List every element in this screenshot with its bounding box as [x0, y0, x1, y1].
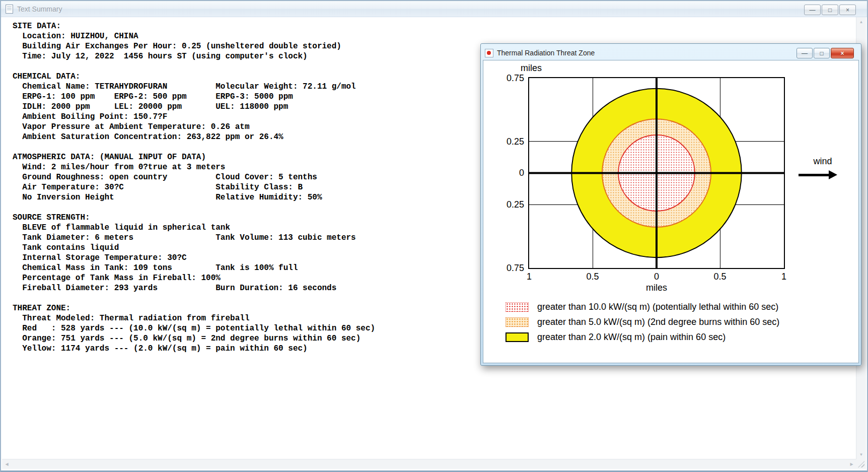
threat-title-bar[interactable]: Thermal Radiation Threat Zone — □ × [483, 46, 859, 60]
x-tick-label: 0.5 [706, 272, 734, 282]
y-tick-label: 0.75 [497, 73, 524, 83]
minimize-icon: — [802, 50, 808, 56]
close-icon: × [840, 50, 844, 56]
threat-window-controls: — □ × [797, 48, 854, 58]
x-tick-label: 1 [770, 272, 798, 282]
legend-swatch-red [505, 302, 529, 312]
threat-zone-window: Thermal Radiation Threat Zone — □ × mile… [480, 43, 861, 366]
threat-zone-plot [528, 77, 785, 269]
legend-row: greater than 2.0 kW/(sq m) (pain within … [505, 332, 779, 343]
scroll-up-icon[interactable]: ▲ [856, 17, 866, 27]
threat-content: miles 0.75 0.25 0 0.25 0.75 1 0.5 0 0.5 … [483, 60, 859, 363]
plot-area: miles 0.75 0.25 0 0.25 0.75 1 0.5 0 0.5 … [528, 77, 785, 269]
wind-indicator: wind [795, 156, 850, 179]
scroll-right-icon[interactable]: ▶ [847, 459, 856, 469]
y-tick-label: 0 [497, 168, 524, 178]
legend: greater than 10.0 kW/(sq m) (potentially… [505, 302, 779, 343]
legend-label: greater than 2.0 kW/(sq m) (pain within … [537, 332, 726, 343]
window-title: Text Summary [17, 5, 62, 13]
maximize-icon: □ [828, 7, 832, 13]
x-tick-label: 0.5 [578, 272, 607, 282]
legend-label: greater than 10.0 kW/(sq m) (potentially… [537, 302, 778, 312]
legend-row: greater than 10.0 kW/(sq m) (potentially… [505, 302, 779, 312]
wind-arrow-icon [799, 170, 850, 179]
maximize-button[interactable]: □ [822, 5, 838, 15]
window-controls: — □ × [804, 5, 856, 15]
minimize-icon: — [810, 7, 816, 13]
threat-zone-icon [485, 49, 493, 57]
close-button[interactable]: × [839, 5, 856, 15]
y-tick-label: 0.25 [497, 199, 524, 210]
x-tick-label: 0 [642, 272, 671, 282]
y-tick-label: 0.25 [497, 137, 524, 147]
wind-label: wind [795, 156, 850, 167]
minimize-button[interactable]: — [804, 5, 821, 15]
resize-grip[interactable] [856, 459, 866, 469]
threat-close-button[interactable]: × [831, 48, 854, 58]
y-axis-title: miles [510, 63, 552, 74]
title-bar[interactable]: Text Summary — □ × [1, 1, 867, 17]
horizontal-scrollbar[interactable]: ◀ ▶ [2, 459, 856, 469]
threat-minimize-button[interactable]: — [797, 48, 813, 58]
x-tick-label: 1 [515, 272, 543, 282]
x-axis-title: miles [528, 283, 785, 293]
close-icon: × [846, 7, 849, 13]
threat-window-title: Thermal Radiation Threat Zone [497, 49, 595, 57]
legend-label: greater than 5.0 kW/(sq m) (2nd degree b… [537, 317, 779, 327]
threat-maximize-button[interactable]: □ [814, 48, 830, 58]
legend-swatch-yellow [505, 332, 529, 342]
scroll-left-icon[interactable]: ◀ [2, 459, 12, 469]
maximize-icon: □ [820, 50, 823, 56]
legend-swatch-orange [505, 317, 529, 327]
document-icon [6, 5, 13, 14]
scroll-down-icon[interactable]: ▼ [856, 450, 866, 459]
legend-row: greater than 5.0 kW/(sq m) (2nd degree b… [505, 317, 779, 327]
